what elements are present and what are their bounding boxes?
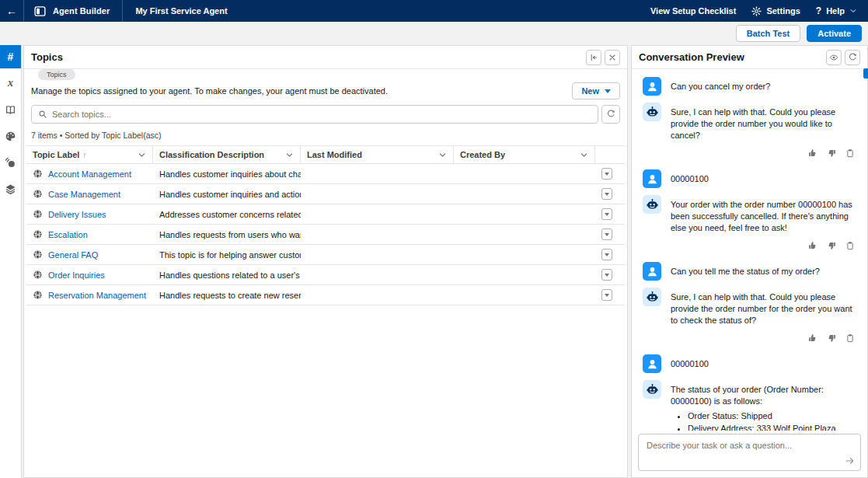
table-row: Escalation Handles requests from users w…: [26, 225, 625, 245]
row-actions-button[interactable]: [601, 168, 612, 180]
topics-table: Topic Label↑ Classification Description …: [26, 145, 625, 305]
topic-link[interactable]: General FAQ: [48, 250, 98, 260]
agent-avatar: [643, 195, 661, 214]
thumbs-up-button[interactable]: [808, 241, 817, 250]
sidebar-item-channels[interactable]: [0, 151, 21, 174]
thumbs-down-button[interactable]: [827, 241, 836, 250]
agent-avatar: [643, 380, 661, 399]
table-row: General FAQ This topic is for helping an…: [26, 245, 625, 265]
person-icon: [646, 358, 659, 371]
action-toolbar: Batch Test Activate: [0, 22, 868, 45]
column-menu-button[interactable]: [580, 151, 588, 159]
thumbs-down-icon: [827, 241, 836, 250]
row-actions-button[interactable]: [601, 289, 612, 301]
topic-globe-icon: [33, 270, 43, 280]
send-arrow-icon: [845, 455, 856, 466]
sidebar-item-topics[interactable]: #: [0, 45, 21, 68]
column-header[interactable]: Created By: [454, 146, 595, 163]
topic-description: Handles customer inquiries and actions r…: [159, 190, 301, 199]
bot-icon: [646, 291, 659, 304]
column-header[interactable]: Last Modified: [301, 146, 454, 163]
send-button[interactable]: [845, 455, 856, 466]
message-text: Can you cancel my order?: [671, 77, 770, 96]
row-actions-button[interactable]: [601, 269, 612, 281]
batch-test-button[interactable]: Batch Test: [736, 25, 800, 42]
preview-visibility-button[interactable]: [826, 50, 842, 65]
copy-button[interactable]: [845, 333, 855, 343]
sidebar-item-variables[interactable]: x: [0, 72, 21, 95]
agent-builder-app-icon: [34, 5, 46, 17]
copy-button[interactable]: [845, 241, 855, 250]
copy-icon: [845, 241, 855, 250]
question-mark-icon: ?: [816, 5, 821, 16]
caret-down-icon: [605, 233, 609, 236]
composer-input[interactable]: [639, 434, 860, 470]
globe-signal-icon: [5, 157, 16, 169]
bot-icon: [646, 383, 659, 396]
thumbs-up-button[interactable]: [808, 333, 817, 343]
icon-rail: #x: [0, 45, 22, 478]
italic-x-icon: x: [8, 77, 13, 89]
row-actions-button[interactable]: [601, 188, 612, 200]
help-menu[interactable]: ? Help: [816, 5, 857, 16]
user-avatar: [643, 169, 661, 188]
preview-panel-title: Conversation Preview: [639, 51, 744, 63]
table-row: Account Management Handles customer inqu…: [26, 164, 625, 184]
thumbs-down-button[interactable]: [827, 333, 836, 343]
sidebar-item-versions[interactable]: [0, 177, 21, 201]
column-header[interactable]: Topic Label↑: [26, 146, 153, 163]
new-topic-button[interactable]: New: [572, 82, 620, 99]
caret-down-icon: [605, 274, 609, 277]
topic-link[interactable]: Escalation: [48, 230, 88, 239]
topic-link[interactable]: Account Management: [48, 169, 131, 179]
restart-conversation-button[interactable]: [845, 50, 860, 65]
topic-globe-icon: [33, 209, 43, 219]
row-actions-button[interactable]: [601, 249, 612, 260]
person-icon: [646, 173, 659, 186]
user-avatar: [643, 354, 661, 373]
back-button[interactable]: ←: [0, 0, 23, 22]
agent-message: The status of your order (Order Number: …: [643, 380, 856, 431]
thumbs-up-icon: [808, 148, 817, 158]
view-setup-checklist-link[interactable]: View Setup Checklist: [650, 6, 736, 16]
column-menu-button[interactable]: [438, 151, 447, 159]
topic-link[interactable]: Case Management: [48, 190, 120, 199]
caret-down-icon: [605, 213, 609, 216]
row-actions-button[interactable]: [601, 208, 612, 220]
refresh-list-button[interactable]: [601, 105, 620, 124]
collapse-panel-button[interactable]: [586, 50, 601, 65]
sidebar-item-knowledge[interactable]: [0, 98, 21, 121]
topic-link[interactable]: Reservation Management: [48, 291, 146, 300]
sidebar-item-theme[interactable]: [0, 124, 21, 148]
row-actions-button[interactable]: [601, 229, 612, 240]
column-menu-button[interactable]: [138, 151, 146, 159]
topic-link[interactable]: Delivery Issues: [48, 210, 106, 219]
topic-globe-icon: [33, 229, 43, 239]
close-panel-button[interactable]: [605, 50, 620, 65]
agent-avatar: [643, 288, 661, 306]
copy-button[interactable]: [845, 148, 855, 158]
thumbs-up-button[interactable]: [808, 148, 817, 158]
topics-search[interactable]: [31, 105, 598, 124]
topics-panel-title: Topics: [31, 51, 63, 63]
column-header[interactable]: Classification Description: [153, 146, 301, 163]
user-message: 00000100: [643, 354, 856, 373]
message-text: 00000100: [671, 169, 709, 188]
refresh-icon: [848, 53, 857, 62]
topic-link[interactable]: Order Inquiries: [48, 270, 105, 280]
caret-down-icon: [605, 193, 609, 196]
app-switcher[interactable]: Agent Builder: [23, 0, 122, 22]
user-avatar: [643, 262, 661, 281]
column-menu-button[interactable]: [285, 151, 294, 159]
search-input[interactable]: [52, 110, 591, 119]
collapse-left-icon: [589, 53, 598, 62]
topics-description: Manage the topics assigned to your agent…: [31, 86, 388, 96]
caret-down-icon: [605, 173, 609, 176]
thumbs-down-button[interactable]: [827, 148, 836, 158]
agent-message: Sure, I can help with that. Could you pl…: [643, 288, 856, 326]
settings-button[interactable]: Settings: [751, 6, 800, 16]
topic-description: Addresses customer concerns related to d…: [159, 210, 301, 219]
message-feedback-bar: [643, 333, 855, 343]
activate-button[interactable]: Activate: [807, 25, 862, 42]
message-text: 00000100: [671, 354, 709, 373]
